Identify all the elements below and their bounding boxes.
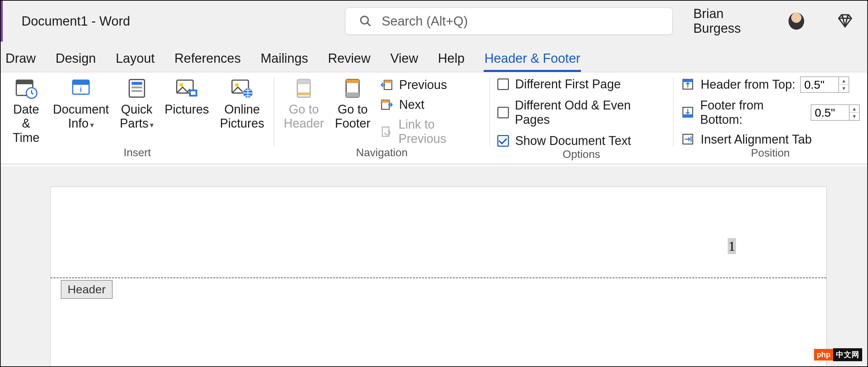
document-info-button[interactable]: i Document Info▾ bbox=[51, 76, 111, 132]
svg-rect-28 bbox=[382, 100, 389, 103]
spin-up-icon[interactable]: ▲ bbox=[850, 105, 859, 113]
svg-point-17 bbox=[235, 83, 239, 87]
go-to-footer-button[interactable]: Go to Footer bbox=[333, 76, 372, 132]
footer-from-bottom-input[interactable] bbox=[811, 106, 849, 119]
pictures-button[interactable]: Pictures bbox=[162, 76, 211, 118]
tab-help[interactable]: Help bbox=[437, 51, 465, 72]
avatar[interactable] bbox=[788, 13, 804, 30]
tab-mailings[interactable]: Mailings bbox=[260, 51, 309, 72]
svg-rect-20 bbox=[297, 79, 310, 84]
svg-rect-21 bbox=[297, 92, 310, 96]
alignment-tab-icon bbox=[681, 133, 696, 146]
different-first-page-checkbox[interactable]: Different First Page bbox=[497, 77, 666, 91]
insert-alignment-tab-button[interactable]: Insert Alignment Tab bbox=[681, 132, 860, 147]
document-info-label: Document Info bbox=[53, 102, 109, 130]
date-time-label: Date & Time bbox=[10, 102, 42, 145]
next-label: Next bbox=[399, 98, 424, 112]
header-area[interactable]: 1 bbox=[51, 187, 826, 277]
svg-rect-33 bbox=[683, 114, 693, 117]
quick-parts-icon bbox=[125, 78, 149, 99]
svg-rect-6 bbox=[73, 80, 89, 85]
watermark-left: php bbox=[814, 349, 833, 361]
show-document-text-checkbox[interactable]: Show Document Text bbox=[497, 134, 666, 148]
document-title: Document1 - Word bbox=[22, 14, 130, 29]
footer-bottom-icon bbox=[681, 106, 696, 119]
go-to-header-icon bbox=[291, 78, 316, 99]
previous-icon bbox=[379, 78, 394, 92]
svg-rect-11 bbox=[131, 90, 142, 92]
go-to-footer-label: Go to Footer bbox=[335, 102, 370, 131]
quick-parts-button[interactable]: Quick Parts▾ bbox=[118, 76, 156, 132]
tab-references[interactable]: References bbox=[174, 51, 241, 72]
chevron-down-icon: ▾ bbox=[90, 121, 94, 129]
different-odd-even-label: Different Odd & Even Pages bbox=[515, 98, 666, 127]
tab-header-footer[interactable]: Header & Footer bbox=[484, 51, 581, 72]
group-navigation-label: Navigation bbox=[282, 146, 482, 161]
link-to-previous-label: Link to Previous bbox=[398, 117, 482, 146]
header-from-top-input[interactable] bbox=[801, 78, 838, 91]
pictures-label: Pictures bbox=[165, 102, 209, 116]
tab-design[interactable]: Design bbox=[55, 51, 97, 72]
go-to-header-label: Go to Header bbox=[284, 102, 324, 131]
svg-rect-10 bbox=[131, 87, 142, 88]
footer-from-bottom-row: Footer from Bottom: ▲▼ bbox=[681, 98, 860, 127]
group-position: Header from Top: ▲▼ Footer from Bottom: … bbox=[673, 72, 867, 164]
checkbox-checked-icon bbox=[497, 135, 509, 147]
go-to-header-button: Go to Header bbox=[282, 76, 326, 132]
header-tag: Header bbox=[61, 280, 113, 299]
spin-down-icon[interactable]: ▼ bbox=[839, 85, 849, 92]
tab-review[interactable]: Review bbox=[327, 51, 371, 72]
user-name[interactable]: Brian Burgess bbox=[693, 6, 768, 36]
svg-rect-26 bbox=[384, 80, 392, 83]
quick-parts-label: Quick Parts bbox=[120, 102, 153, 130]
title-bar: Document1 - Word Search (Alt+Q) Brian Bu… bbox=[1, 1, 867, 42]
online-pictures-icon bbox=[230, 78, 254, 99]
svg-point-0 bbox=[361, 16, 368, 24]
link-to-previous-button: Link to Previous bbox=[379, 117, 482, 146]
tab-view[interactable]: View bbox=[389, 51, 419, 72]
document-page[interactable]: 1 Header bbox=[50, 187, 827, 367]
watermark-right: 中文网 bbox=[833, 348, 862, 361]
document-info-icon: i bbox=[69, 78, 93, 99]
search-icon bbox=[359, 15, 372, 28]
previous-button[interactable]: Previous bbox=[379, 78, 482, 92]
next-icon bbox=[379, 98, 394, 112]
tab-layout[interactable]: Layout bbox=[115, 51, 155, 72]
group-options-label: Options bbox=[497, 148, 666, 163]
group-options: Different First Page Different Odd & Eve… bbox=[490, 72, 673, 164]
search-box[interactable]: Search (Alt+Q) bbox=[345, 8, 673, 35]
svg-rect-31 bbox=[683, 79, 693, 82]
svg-rect-3 bbox=[16, 80, 32, 84]
header-from-top-label: Header from Top: bbox=[701, 77, 795, 92]
group-navigation: Go to Header Go to Footer Previous Next bbox=[274, 72, 489, 164]
svg-text:i: i bbox=[80, 85, 82, 93]
spin-down-icon[interactable]: ▼ bbox=[850, 113, 859, 120]
spin-up-icon[interactable]: ▲ bbox=[839, 77, 849, 85]
show-document-text-label: Show Document Text bbox=[515, 134, 631, 148]
svg-rect-24 bbox=[346, 92, 359, 97]
online-pictures-button[interactable]: Online Pictures bbox=[218, 76, 266, 132]
document-canvas[interactable]: 1 Header bbox=[1, 166, 867, 366]
tab-draw[interactable]: Draw bbox=[5, 51, 37, 72]
group-position-label: Position bbox=[681, 147, 860, 161]
online-pictures-label: Online Pictures bbox=[220, 102, 264, 131]
go-to-footer-icon bbox=[340, 78, 365, 99]
different-odd-even-checkbox[interactable]: Different Odd & Even Pages bbox=[497, 98, 666, 127]
header-from-top-spinner[interactable]: ▲▼ bbox=[800, 76, 849, 93]
chevron-down-icon: ▾ bbox=[150, 121, 154, 129]
date-time-button[interactable]: Date & Time bbox=[8, 76, 44, 146]
header-boundary-line bbox=[51, 277, 826, 278]
diamond-icon[interactable] bbox=[837, 12, 854, 30]
footer-from-bottom-label: Footer from Bottom: bbox=[700, 98, 806, 127]
next-button[interactable]: Next bbox=[379, 98, 482, 112]
footer-from-bottom-spinner[interactable]: ▲▼ bbox=[811, 104, 860, 121]
group-insert-label: Insert bbox=[8, 146, 266, 161]
svg-point-13 bbox=[180, 83, 183, 87]
header-from-top-row: Header from Top: ▲▼ bbox=[681, 76, 860, 93]
page-number-field[interactable]: 1 bbox=[728, 238, 736, 254]
svg-line-1 bbox=[367, 23, 371, 26]
checkbox-icon bbox=[497, 107, 509, 118]
different-first-page-label: Different First Page bbox=[515, 77, 621, 91]
checkbox-icon bbox=[497, 78, 509, 90]
ribbon-tabs: Draw Design Layout References Mailings R… bbox=[1, 42, 867, 72]
